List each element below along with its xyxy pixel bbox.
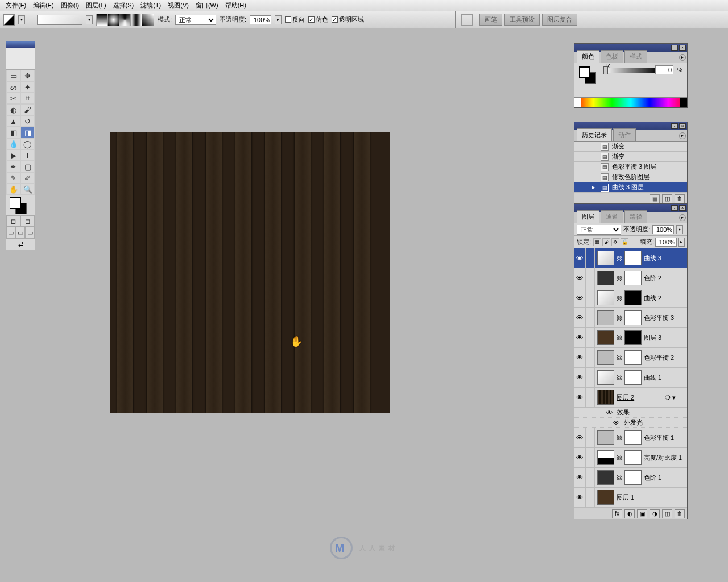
history-item[interactable]: ▤渐变 [574, 142, 687, 152]
toolbox-titlebar[interactable] [6, 41, 35, 48]
opacity-slider-toggle[interactable]: ▸ [676, 225, 683, 234]
lock-paint-icon[interactable]: 🖌 [602, 238, 610, 246]
new-layer-icon[interactable]: ◫ [662, 509, 672, 518]
layer-row[interactable]: 👁⛓色彩平衡 2 [574, 348, 687, 368]
layer-mask-thumb[interactable] [624, 450, 642, 465]
layer-link-cell[interactable] [586, 308, 595, 327]
slider-thumb-icon[interactable] [603, 66, 608, 74]
dither-checkbox[interactable]: 仿色 [308, 15, 328, 24]
tool-preset-dropdown[interactable]: ▾ [18, 15, 25, 24]
eyedropper-tool-icon[interactable]: ✐ [20, 172, 35, 184]
history-item[interactable]: ▸▤曲线 3 图层 [574, 182, 687, 193]
menu-file[interactable]: 文件(F) [2, 0, 30, 11]
layer-mask-thumb[interactable] [624, 350, 642, 365]
panel-menu-icon[interactable]: ▸ [679, 132, 686, 139]
layer-mask-thumb[interactable] [624, 330, 642, 345]
layer-name-label[interactable]: 亮度/对比度 1 [644, 454, 682, 462]
layer-link-cell[interactable] [586, 368, 595, 387]
gradient-angle[interactable] [119, 14, 131, 26]
layer-fx-icon[interactable]: fx [612, 509, 622, 518]
fill-input[interactable] [655, 238, 677, 247]
document-canvas[interactable] [110, 132, 390, 413]
k-value-input[interactable] [655, 65, 673, 74]
visibility-eye-icon[interactable]: 👁 [574, 288, 586, 307]
fx-badge-icon[interactable]: ❍ ▾ [665, 394, 676, 401]
standard-mode-icon[interactable]: ◻ [6, 215, 20, 227]
visibility-eye-icon[interactable]: 👁 [574, 268, 586, 288]
lasso-tool-icon[interactable]: ᔕ [6, 81, 20, 93]
zoom-tool-icon[interactable]: 🔍 [20, 184, 35, 195]
layer-link-cell[interactable] [586, 388, 595, 407]
layer-name-label[interactable]: 色阶 1 [644, 473, 661, 482]
layer-row[interactable]: 👁⛓曲线 2 [574, 288, 687, 308]
dock-tab-toolpreset[interactable]: 工具预设 [504, 14, 540, 26]
layer-link-cell[interactable] [586, 268, 595, 288]
visibility-eye-icon[interactable]: 👁 [574, 308, 586, 327]
move-tool-icon[interactable]: ✥ [20, 70, 35, 81]
layer-mask-thumb[interactable] [624, 470, 642, 485]
layer-name-label[interactable]: 色彩平衡 1 [644, 434, 674, 442]
tab-color[interactable]: 颜色 [577, 50, 599, 63]
layer-blend-select[interactable]: 正常 [577, 225, 621, 235]
jump-to-imageready-icon[interactable]: ⇄ [6, 239, 35, 250]
new-document-icon[interactable]: ▤ [650, 194, 660, 203]
path-select-icon[interactable]: ▶ [6, 149, 20, 161]
panel-fg-color[interactable] [579, 66, 590, 78]
visibility-eye-icon[interactable]: 👁 [613, 419, 619, 426]
visibility-eye-icon[interactable]: 👁 [574, 248, 586, 268]
layer-link-cell[interactable] [586, 328, 595, 347]
stamp-tool-icon[interactable]: ▲ [6, 115, 20, 127]
layer-mask-thumb[interactable] [624, 290, 642, 305]
history-item[interactable]: ▤色彩平衡 3 图层 [574, 162, 687, 172]
blur-tool-icon[interactable]: 💧 [6, 138, 20, 149]
dock-tab-brush[interactable]: 画笔 [479, 14, 502, 26]
layer-thumb[interactable] [597, 370, 614, 385]
menu-layer[interactable]: 图层(L) [82, 0, 109, 11]
layer-mask-thumb[interactable] [624, 370, 642, 385]
gradient-diamond[interactable] [142, 14, 154, 26]
layer-name-label[interactable]: 曲线 3 [644, 254, 661, 263]
visibility-eye-icon[interactable]: 👁 [574, 428, 586, 447]
layer-name-label[interactable]: 色彩平衡 2 [644, 354, 674, 362]
lock-all-icon[interactable]: 🔒 [621, 238, 628, 246]
layer-link-cell[interactable] [586, 248, 595, 268]
dock-brush-icon[interactable] [461, 14, 473, 26]
layer-thumb[interactable] [597, 490, 614, 505]
marquee-tool-icon[interactable]: ▭ [6, 70, 20, 81]
layer-opacity-input[interactable] [652, 225, 674, 234]
layer-thumb[interactable] [597, 470, 614, 485]
layer-link-cell[interactable] [586, 448, 595, 467]
screen-mode-1-icon[interactable]: ▭ [6, 227, 16, 238]
tab-styles[interactable]: 样式 [624, 50, 647, 63]
layer-link-cell[interactable] [586, 468, 595, 487]
layer-link-cell[interactable] [586, 288, 595, 307]
visibility-eye-icon[interactable]: 👁 [574, 468, 586, 487]
layer-thumb[interactable] [597, 330, 614, 345]
layer-thumb[interactable] [597, 350, 614, 365]
layer-thumb[interactable] [597, 430, 614, 445]
tool-preset-icon[interactable] [3, 14, 15, 26]
panel-menu-icon[interactable]: ▸ [679, 214, 686, 221]
layer-row[interactable]: 👁⛓色彩平衡 3 [574, 308, 687, 328]
layer-row[interactable]: 👁⛓曲线 1 [574, 368, 687, 388]
hand-tool-icon[interactable]: ✋ [6, 184, 20, 195]
trash-icon[interactable]: 🗑 [675, 194, 685, 203]
lock-transparent-icon[interactable]: ▦ [593, 238, 601, 246]
layer-mask-icon[interactable]: ◐ [624, 509, 635, 518]
history-brush-icon[interactable]: ↺ [20, 115, 35, 127]
pen-tool-icon[interactable]: ✒ [6, 161, 20, 172]
visibility-eye-icon[interactable]: 👁 [606, 409, 613, 416]
layer-effect-row[interactable]: 👁外发光 [574, 418, 687, 428]
layer-row[interactable]: 👁⛓亮度/对比度 1 [574, 448, 687, 468]
menu-filter[interactable]: 滤镜(T) [137, 0, 164, 11]
layer-thumb[interactable] [597, 390, 614, 405]
close-icon[interactable]: × [679, 123, 686, 129]
gradient-reflected[interactable] [131, 14, 142, 26]
menu-view[interactable]: 视图(V) [164, 0, 192, 11]
visibility-eye-icon[interactable]: 👁 [574, 388, 586, 407]
screen-mode-2-icon[interactable]: ▭ [16, 227, 26, 238]
trash-icon[interactable]: 🗑 [675, 509, 685, 518]
panel-menu-icon[interactable]: ▸ [679, 54, 686, 61]
layer-name-label[interactable]: 图层 3 [644, 334, 661, 342]
layer-thumb[interactable] [597, 251, 614, 265]
